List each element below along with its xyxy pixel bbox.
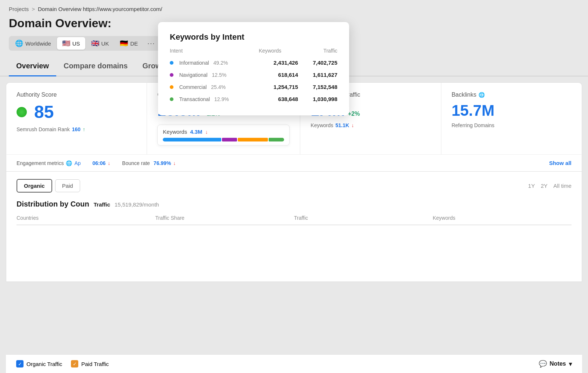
uk-flag-icon: 🇬🇧 <box>91 39 99 47</box>
time-tab-2y[interactable]: 2Y <box>541 183 547 189</box>
breadcrumb: Projects > Domain Overview https://www.y… <box>0 0 588 15</box>
organic-traffic-legend[interactable]: ✓ Organic Traffic <box>16 360 62 367</box>
traffic-value: 15,519,829/month <box>115 201 159 208</box>
authority-circle-icon <box>17 107 27 117</box>
worldwide-label: Worldwide <box>25 40 51 47</box>
commercial-intent: Commercial 25.4% <box>179 81 259 93</box>
authority-score-card: Authority Score 85 Semrush Domain Rank 1… <box>6 83 147 154</box>
intent-row-navigational: Navigational 12.5% 618,614 1,611,627 <box>170 69 337 81</box>
data-tab-row: Organic Paid 1Y 2Y All time <box>17 179 571 193</box>
time-down-icon: ↓ <box>108 160 110 166</box>
backlinks-card: Backlinks 🌐 15.7M Referring Domains <box>441 83 582 154</box>
commercial-dot-cell <box>170 81 179 93</box>
uk-label: UK <box>101 40 109 47</box>
kw-seg-navigational <box>222 138 237 141</box>
time-filter-tabs: 1Y 2Y All time <box>528 183 571 189</box>
organic-traffic-legend-label: Organic Traffic <box>26 361 62 367</box>
th-keywords: Keywords <box>259 48 298 57</box>
notes-button[interactable]: 💬 Notes ▾ <box>539 360 572 368</box>
backlinks-label: Backlinks 🌐 <box>452 92 571 98</box>
notes-icon: 💬 <box>539 360 547 368</box>
engagement-bar: Engagement metrics 🌐 Ap 06:06 ↓ Bounce r… <box>6 154 582 172</box>
table-header: Countries Traffic Share Traffic Keywords <box>17 211 571 225</box>
notes-chevron-icon: ▾ <box>569 361 572 367</box>
backlinks-globe-icon: 🌐 <box>478 92 485 98</box>
th-intent: Intent <box>170 48 259 57</box>
time-on-site-value: 06:06 <box>93 160 106 166</box>
navigational-keywords: 618,614 <box>259 69 298 81</box>
navigational-dot-cell <box>170 69 179 81</box>
authority-score-value: 85 <box>34 102 54 122</box>
region-tab-uk[interactable]: 🇬🇧 UK <box>86 37 114 50</box>
paid-tab[interactable]: Paid <box>55 179 80 192</box>
backlinks-value-row: 15.7M <box>452 102 571 119</box>
kw-seg-informational <box>163 138 221 141</box>
breadcrumb-separator: > <box>32 6 35 12</box>
backlinks-value: 15.7M <box>452 102 495 119</box>
paid-traffic-legend-label: Paid Traffic <box>81 361 109 367</box>
commercial-dot-icon <box>170 85 173 89</box>
informational-dot-icon <box>170 61 173 65</box>
domain-rank-value: 160 <box>72 126 80 132</box>
keywords-intent-table: Intent Keywords Traffic Informational 49… <box>170 48 337 105</box>
time-tab-1y[interactable]: 1Y <box>528 183 535 189</box>
intent-row-transactional: Transactional 12.9% 638,648 1,030,998 <box>170 93 337 105</box>
keywords-bar-label: Keywords <box>163 129 187 135</box>
region-tab-de[interactable]: 🇩🇪 DE <box>115 37 143 50</box>
referring-domains-label: Referring Domains <box>452 122 495 128</box>
informational-traffic: 7,402,725 <box>298 57 337 69</box>
informational-keywords: 2,431,426 <box>259 57 298 69</box>
popup-title: Keywords by Intent <box>170 32 337 42</box>
engagement-metrics-label: Engagement metrics 🌐 Ap <box>17 160 81 166</box>
navigational-dot-icon <box>170 73 173 77</box>
worldwide-globe-icon: 🌐 <box>15 39 23 47</box>
notes-label: Notes <box>550 361 566 367</box>
region-tab-worldwide[interactable]: 🌐 Worldwide <box>10 37 56 50</box>
th-keywords-header: Keywords <box>433 215 572 221</box>
th-traffic: Traffic <box>298 48 337 57</box>
domain-rank-row: Semrush Domain Rank 160 ↑ <box>17 126 136 132</box>
distribution-title: Distribution by Coun <box>17 200 89 208</box>
organic-tab[interactable]: Organic <box>17 179 52 193</box>
bottom-section: Organic Paid 1Y 2Y All time Distribution… <box>6 172 582 282</box>
bounce-rate-metric: Bounce rate 76.99% ↓ <box>122 160 176 166</box>
referring-domains-row: Referring Domains <box>452 122 571 128</box>
transactional-keywords: 638,648 <box>259 93 298 105</box>
time-tab-alltime[interactable]: All time <box>553 183 571 189</box>
region-tabs: 🌐 Worldwide 🇺🇸 US 🇬🇧 UK 🇩🇪 DE ··· <box>9 36 160 51</box>
paid-traffic-legend[interactable]: ✓ Paid Traffic <box>71 360 109 367</box>
kw-seg-commercial <box>238 138 268 141</box>
bounce-rate-value: 76.99% <box>154 160 171 166</box>
engagement-globe-icon: 🌐 <box>66 160 72 166</box>
keywords-intent-bar <box>163 138 284 141</box>
keywords-down-icon: ↓ <box>205 129 208 135</box>
page-wrapper: Projects > Domain Overview https://www.y… <box>0 0 588 282</box>
time-on-site-metric: 06:06 ↓ <box>93 160 111 166</box>
bottom-bar: ✓ Organic Traffic ✓ Paid Traffic 💬 Notes… <box>6 354 582 373</box>
informational-intent: Informational 49.2% <box>179 57 259 69</box>
paid-keywords-down-icon: ↓ <box>351 122 354 128</box>
domain-rank-label: Semrush Domain Rank <box>17 126 70 132</box>
transactional-dot-cell <box>170 93 179 105</box>
more-regions-button[interactable]: ··· <box>144 37 159 50</box>
th-traffic-share: Traffic Share <box>155 215 294 221</box>
domain-rank-arrow: ↑ <box>83 126 85 132</box>
breadcrumb-current: Domain Overview https://www.yourcompetit… <box>38 6 162 12</box>
breadcrumb-projects[interactable]: Projects <box>9 6 29 12</box>
paid-keywords-label: Keywords <box>311 122 333 128</box>
th-countries: Countries <box>17 215 155 221</box>
de-label: DE <box>130 40 138 47</box>
paid-keywords-value: 51.1K <box>336 122 349 128</box>
keywords-bar-value: 4.3M <box>190 129 202 135</box>
commercial-traffic: 7,152,548 <box>298 81 337 93</box>
commercial-keywords: 1,254,715 <box>259 81 298 93</box>
show-all-button[interactable]: Show all <box>549 160 571 166</box>
transactional-traffic: 1,030,998 <box>298 93 337 105</box>
region-tab-us[interactable]: 🇺🇸 US <box>57 37 85 50</box>
tab-compare-domains[interactable]: Compare domains <box>56 57 135 76</box>
th-traffic: Traffic <box>294 215 433 221</box>
tab-overview[interactable]: Overview <box>9 57 56 76</box>
paid-keywords-row: Keywords 51.1K ↓ <box>311 122 430 128</box>
paid-traffic-change: +2% <box>348 111 360 117</box>
navigational-intent: Navigational 12.5% <box>179 69 259 81</box>
